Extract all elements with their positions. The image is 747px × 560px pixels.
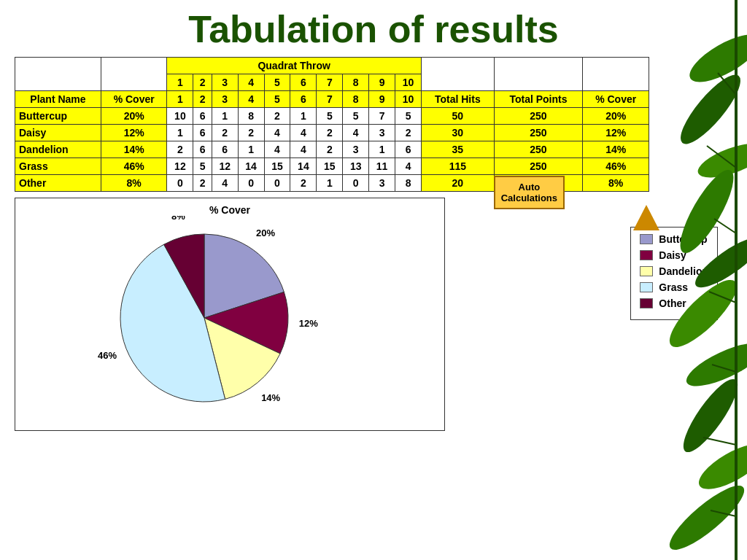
q1-header: 1	[167, 74, 193, 91]
quadrat-value-cell: 5	[343, 108, 369, 125]
quadrat-throw-header: Quadrat Throw	[167, 58, 422, 74]
pct-cover-last-cell: 14%	[583, 141, 649, 158]
quadrat-value-cell: 1	[369, 141, 395, 158]
chart-title: % Cover	[15, 198, 444, 216]
plant-name-cell: Buttercup	[15, 108, 101, 125]
total-points-col-header: Total Points	[494, 91, 583, 108]
auto-calculations-box: AutoCalculations	[494, 176, 565, 209]
q7-header: 7	[317, 74, 343, 91]
pct-cover-last-cell: 20%	[583, 108, 649, 125]
quadrat-value-cell: 14	[238, 158, 264, 175]
quadrat-value-cell: 4	[395, 158, 422, 175]
pct-cover-last-col-header: % Cover	[583, 91, 649, 108]
q9-header: 9	[369, 74, 395, 91]
pie-label-daisy: 12%	[299, 318, 318, 329]
legend-color-daisy	[640, 250, 653, 260]
pie-label-buttercup: 20%	[256, 228, 275, 238]
pie-label-other: 8%	[171, 216, 185, 222]
svg-line-16	[703, 438, 736, 445]
quadrat-value-cell: 2	[167, 141, 193, 158]
quadrat-value-cell: 2	[290, 175, 317, 192]
pct-cover-last-cell: 8%	[583, 175, 649, 192]
table-row: Buttercup20%106182155755025020%	[15, 108, 649, 125]
quadrat-value-cell: 1	[212, 108, 238, 125]
quadrat-value-cell: 3	[343, 141, 369, 158]
q4-header: 4	[238, 74, 264, 91]
pie-chart: 20%12%14%46%8%	[91, 216, 368, 413]
legend-color-grass	[640, 282, 653, 292]
total-hits-cell: 30	[421, 125, 494, 141]
plant-name-cell: Dandelion	[15, 141, 101, 158]
quadrat-value-cell: 6	[212, 141, 238, 158]
plant-name-col-header: Plant Name	[15, 91, 101, 108]
quadrat-value-cell: 6	[193, 125, 212, 141]
svg-point-3	[671, 163, 743, 260]
q8-header: 8	[343, 74, 369, 91]
pct-cover-cell: 20%	[101, 108, 167, 125]
quadrat-value-cell: 4	[343, 125, 369, 141]
q6-header: 6	[290, 74, 317, 91]
total-points-cell: 250	[494, 141, 583, 158]
quadrat-value-cell: 2	[193, 175, 212, 192]
total-points-cell: 250	[494, 158, 583, 175]
quadrat-value-cell: 4	[264, 141, 290, 158]
quadrat-value-cell: 7	[369, 108, 395, 125]
q3-header: 3	[212, 74, 238, 91]
q2-header: 2	[193, 74, 212, 91]
plant-name-cell: Other	[15, 175, 101, 192]
q5-header: 5	[264, 74, 290, 91]
table-row: Grass46%12512141514151311411525046%	[15, 158, 649, 175]
quadrat-value-cell: 1	[167, 125, 193, 141]
table-row: Daisy12%16224424323025012%	[15, 125, 649, 141]
quadrat-value-cell: 12	[212, 158, 238, 175]
pie-label-grass: 46%	[98, 350, 117, 361]
quadrat-value-cell: 1	[290, 108, 317, 125]
pct-cover-last-cell: 46%	[583, 158, 649, 175]
pie-label-dandelion: 14%	[261, 392, 280, 403]
quadrat-value-cell: 12	[167, 158, 193, 175]
total-hits-col-header: Total Hits	[421, 91, 494, 108]
quadrat-value-cell: 0	[167, 175, 193, 192]
quadrat-value-cell: 5	[317, 108, 343, 125]
total-hits-cell: 35	[421, 141, 494, 158]
quadrat-value-cell: 6	[193, 108, 212, 125]
quadrat-value-cell: 2	[317, 125, 343, 141]
legend-color-buttercup	[640, 234, 653, 244]
quadrat-value-cell: 3	[369, 125, 395, 141]
quadrat-value-cell: 2	[395, 125, 422, 141]
quadrat-value-cell: 4	[290, 125, 317, 141]
quadrat-value-cell: 2	[317, 141, 343, 158]
q10-header: 10	[395, 74, 422, 91]
pct-cover-cell: 14%	[101, 141, 167, 158]
quadrat-value-cell: 2	[238, 125, 264, 141]
quadrat-value-cell: 4	[212, 175, 238, 192]
table-row: Dandelion14%26614423163525014%	[15, 141, 649, 158]
pct-cover-cell: 46%	[101, 158, 167, 175]
svg-point-9	[662, 477, 747, 558]
quadrat-value-cell: 1	[317, 175, 343, 192]
quadrat-value-cell: 0	[343, 175, 369, 192]
page-title: Tabulation of results	[0, 0, 747, 57]
quadrat-value-cell: 4	[290, 141, 317, 158]
pie-chart-container: % Cover 20%12%14%46%8%	[15, 198, 445, 431]
total-hits-cell: 20	[421, 175, 494, 192]
quadrat-value-cell: 0	[238, 175, 264, 192]
quadrat-value-cell: 1	[238, 141, 264, 158]
total-points-cell: 250	[494, 125, 583, 141]
quadrat-value-cell: 8	[395, 175, 422, 192]
quadrat-value-cell: 4	[264, 125, 290, 141]
quadrat-value-cell: 13	[343, 158, 369, 175]
quadrat-value-cell: 6	[395, 141, 422, 158]
svg-line-13	[714, 219, 736, 233]
plant-name-cell: Grass	[15, 158, 101, 175]
quadrat-value-cell: 11	[369, 158, 395, 175]
quadrat-value-cell: 5	[395, 108, 422, 125]
legend-color-other	[640, 298, 653, 308]
legend-color-dandelion	[640, 266, 653, 276]
quadrat-value-cell: 14	[290, 158, 317, 175]
quadrat-value-cell: 3	[369, 175, 395, 192]
quadrat-value-cell: 2	[212, 125, 238, 141]
pct-cover-last-cell: 12%	[583, 125, 649, 141]
quadrat-value-cell: 2	[264, 108, 290, 125]
quadrat-value-cell: 15	[264, 158, 290, 175]
